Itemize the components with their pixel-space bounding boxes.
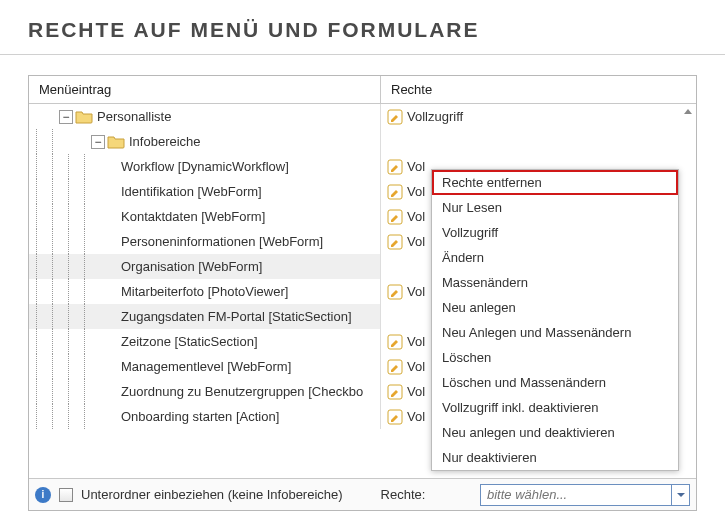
rights-value: Vol — [407, 209, 425, 224]
rights-value: Vol — [407, 334, 425, 349]
rights-context-menu: Rechte entfernenNur LesenVollzugriffÄnde… — [431, 169, 679, 471]
include-sub-checkbox[interactable] — [59, 488, 73, 502]
rights-value: Vol — [407, 159, 425, 174]
tree-label: Kontaktdaten [WebForm] — [121, 209, 265, 224]
rights-grid: Menüeintrag Rechte − Personalliste Vollz… — [28, 75, 697, 511]
edit-icon — [387, 209, 403, 225]
grid-header: Menüeintrag Rechte — [29, 76, 696, 104]
edit-icon — [387, 359, 403, 375]
folder-open-icon — [107, 134, 125, 149]
context-menu-item[interactable]: Ändern — [432, 245, 678, 270]
context-menu-item[interactable]: Rechte entfernen — [432, 170, 678, 195]
footer-rights-label: Rechte: — [381, 487, 426, 502]
rights-value: Vol — [407, 284, 425, 299]
edit-icon — [387, 284, 403, 300]
tree-label: Mitarbeiterfoto [PhotoViewer] — [121, 284, 288, 299]
context-menu-item[interactable]: Nur deaktivieren — [432, 445, 678, 470]
tree-row-personalliste[interactable]: − Personalliste Vollzugriff — [29, 104, 696, 129]
col-header-rights[interactable]: Rechte — [381, 76, 696, 103]
tree-label: Zuordnung zu Benutzergruppen [Checkbo — [121, 384, 363, 399]
chevron-down-icon[interactable] — [671, 485, 689, 505]
context-menu-item[interactable]: Nur Lesen — [432, 195, 678, 220]
rights-value: Vol — [407, 409, 425, 424]
tree-label: Identifikation [WebForm] — [121, 184, 262, 199]
col-header-menu[interactable]: Menüeintrag — [29, 76, 381, 103]
tree-row-infobereiche[interactable]: − Infobereiche — [29, 129, 696, 154]
collapse-icon[interactable]: − — [59, 110, 73, 124]
rights-value: Vol — [407, 359, 425, 374]
tree-label: Managementlevel [WebForm] — [121, 359, 291, 374]
rights-combo[interactable] — [480, 484, 690, 506]
context-menu-item[interactable]: Neu Anlegen und Massenändern — [432, 320, 678, 345]
context-menu-item[interactable]: Vollzugriff — [432, 220, 678, 245]
scroll-up-icon[interactable] — [682, 106, 694, 118]
rights-combo-input[interactable] — [481, 485, 671, 505]
tree-label: Zugangsdaten FM-Portal [StaticSection] — [121, 309, 352, 324]
edit-icon — [387, 409, 403, 425]
edit-icon — [387, 109, 403, 125]
page-title: RECHTE AUF MENÜ UND FORMULARE — [0, 0, 725, 55]
context-menu-item[interactable]: Vollzugriff inkl. deaktivieren — [432, 395, 678, 420]
tree-label: Infobereiche — [129, 134, 201, 149]
context-menu-item[interactable]: Löschen und Massenändern — [432, 370, 678, 395]
edit-icon — [387, 184, 403, 200]
context-menu-item[interactable]: Massenändern — [432, 270, 678, 295]
grid-body: − Personalliste Vollzugriff − — [29, 104, 696, 478]
info-icon[interactable]: i — [35, 487, 51, 503]
rights-value: Vol — [407, 184, 425, 199]
context-menu-item[interactable]: Löschen — [432, 345, 678, 370]
tree-label: Personalliste — [97, 109, 171, 124]
rights-value: Vollzugriff — [407, 109, 463, 124]
include-sub-label: Unterordner einbeziehen (keine Infoberei… — [81, 487, 343, 502]
edit-icon — [387, 234, 403, 250]
edit-icon — [387, 384, 403, 400]
tree-label: Personeninformationen [WebForm] — [121, 234, 323, 249]
collapse-icon[interactable]: − — [91, 135, 105, 149]
tree-label: Zeitzone [StaticSection] — [121, 334, 258, 349]
edit-icon — [387, 159, 403, 175]
rights-value: Vol — [407, 384, 425, 399]
folder-open-icon — [75, 109, 93, 124]
tree-label: Onboarding starten [Action] — [121, 409, 279, 424]
tree-label: Workflow [DynamicWorkflow] — [121, 159, 289, 174]
context-menu-item[interactable]: Neu anlegen — [432, 295, 678, 320]
rights-value: Vol — [407, 234, 425, 249]
context-menu-item[interactable]: Neu anlegen und deaktivieren — [432, 420, 678, 445]
edit-icon — [387, 334, 403, 350]
grid-footer: i Unterordner einbeziehen (keine Infober… — [29, 478, 696, 510]
tree-label: Organisation [WebForm] — [121, 259, 262, 274]
